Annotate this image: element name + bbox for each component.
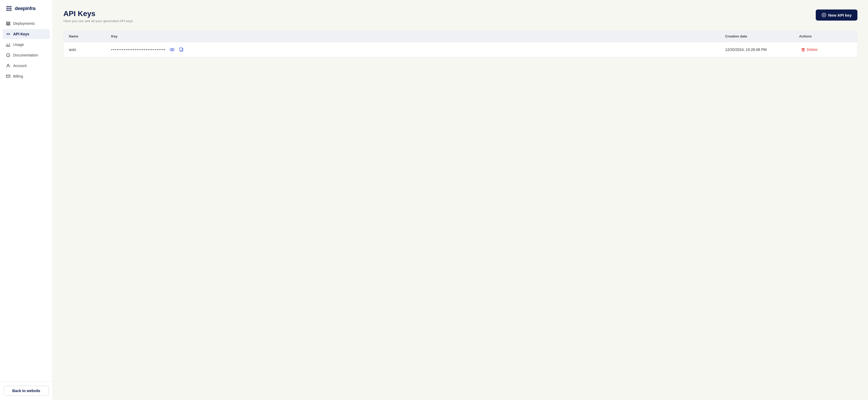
page-title-section: API Keys Here you can see all your gener… (63, 9, 133, 23)
td-key: •••••••••••••••••••••••••••••• (111, 46, 725, 53)
table-row: auto •••••••••••••••••••••••••••••• (64, 42, 857, 57)
sidebar-item-label-deployments: Deployments (13, 21, 35, 26)
copy-key-button[interactable] (179, 47, 184, 53)
svg-point-3 (7, 8, 8, 9)
svg-rect-21 (6, 75, 10, 77)
svg-point-4 (8, 8, 10, 9)
trash-icon (801, 48, 805, 52)
logo: deepinfra (0, 0, 53, 19)
sidebar-item-label-billing: Billing (13, 74, 23, 78)
th-actions: Actions (799, 34, 852, 38)
sidebar-nav: Deployments API Keys (0, 19, 53, 381)
sidebar-item-usage[interactable]: Usage (3, 40, 50, 49)
svg-rect-29 (180, 48, 182, 51)
new-api-key-button[interactable]: New API key (816, 9, 858, 21)
svg-rect-9 (6, 22, 10, 23)
table-header: Name Key Creation date Actions (64, 31, 857, 42)
main-content: API Keys Here you can see all your gener… (53, 0, 868, 400)
billing-icon (6, 74, 10, 79)
api-keys-table: Name Key Creation date Actions auto ••••… (63, 30, 858, 57)
sidebar-item-label-documentation: Documentation (13, 53, 38, 57)
delete-label: Delete (807, 47, 817, 52)
page-subtitle: Here you can see all your generated API … (63, 19, 133, 23)
svg-point-1 (8, 6, 10, 7)
sidebar-item-api-keys[interactable]: API Keys (3, 29, 50, 39)
account-icon (6, 63, 10, 68)
svg-point-8 (10, 10, 11, 11)
sidebar-item-billing[interactable]: Billing (3, 71, 50, 81)
svg-point-5 (10, 8, 11, 9)
th-name: Name (69, 34, 111, 38)
logo-text: deepinfra (15, 6, 35, 11)
usage-icon (6, 42, 10, 47)
svg-point-0 (7, 6, 8, 7)
svg-point-27 (172, 49, 173, 51)
delete-key-button[interactable]: Delete (799, 46, 819, 53)
sidebar-item-label-api-keys: API Keys (13, 32, 29, 36)
sidebar: deepinfra Deployments (0, 0, 53, 400)
plus-circle-icon (822, 13, 826, 18)
svg-rect-11 (6, 25, 10, 25)
new-api-key-label: New API key (828, 13, 851, 18)
sidebar-item-label-account: Account (13, 64, 27, 68)
api-keys-icon (6, 32, 10, 36)
sidebar-item-label-usage: Usage (13, 42, 24, 47)
key-masked-value: •••••••••••••••••••••••••••••• (111, 47, 166, 52)
documentation-icon (6, 53, 10, 58)
deepinfra-logo-icon (5, 5, 13, 12)
sidebar-footer: Back to website (0, 381, 53, 400)
svg-point-20 (7, 64, 9, 66)
td-creation-date: 12/20/2024, 10:26:08 PM (725, 47, 799, 52)
svg-point-19 (8, 54, 8, 55)
sidebar-item-account[interactable]: Account (3, 61, 50, 71)
sidebar-item-deployments[interactable]: Deployments (3, 19, 50, 29)
svg-point-26 (170, 48, 174, 51)
td-actions: Delete (799, 46, 852, 53)
svg-rect-10 (6, 23, 10, 24)
copy-icon (179, 47, 184, 52)
svg-point-7 (8, 10, 10, 11)
th-key: Key (111, 34, 725, 38)
svg-rect-30 (802, 49, 804, 51)
sidebar-item-documentation[interactable]: Documentation (3, 50, 50, 60)
svg-point-6 (7, 10, 8, 11)
show-key-button[interactable] (169, 46, 175, 53)
back-to-website-button[interactable]: Back to website (4, 386, 49, 396)
td-name: auto (69, 47, 111, 52)
svg-point-2 (10, 6, 11, 7)
th-creation-date: Creation date (725, 34, 799, 38)
deployments-icon (6, 21, 10, 26)
page-title: API Keys (63, 9, 133, 18)
eye-icon (169, 47, 175, 52)
page-header: API Keys Here you can see all your gener… (63, 9, 858, 23)
